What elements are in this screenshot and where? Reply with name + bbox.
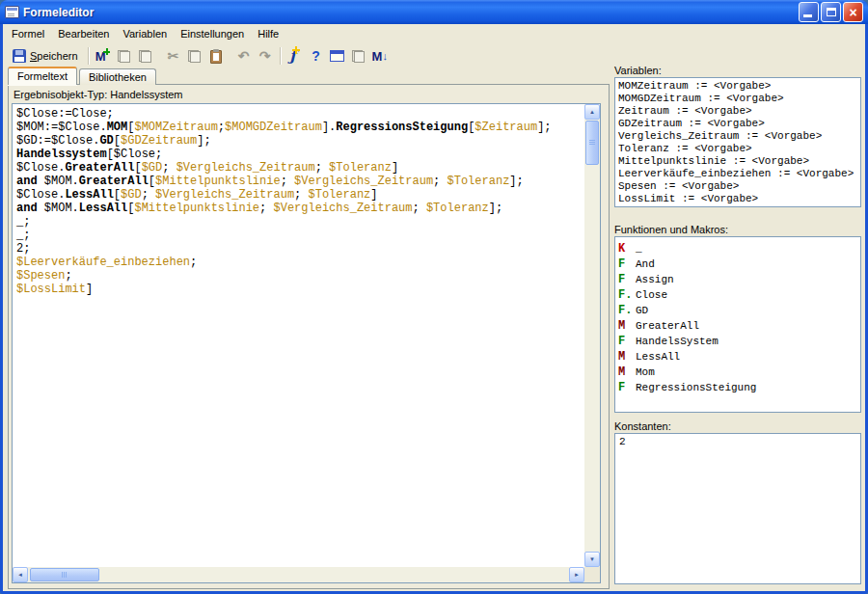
scroll-down-button[interactable]: ▼: [584, 552, 600, 567]
vertical-scrollbar[interactable]: ▲ ▼: [584, 104, 600, 567]
function-item[interactable]: FAssign: [618, 272, 857, 287]
function-label: _: [636, 243, 642, 255]
scrollbar-corner: [584, 567, 600, 582]
formeleditor-window: Formeleditor × FormelBearbeitenVariablen…: [0, 0, 868, 594]
variable-item[interactable]: Vergleichs_Zeitraum := <Vorgabe>: [618, 130, 857, 143]
close-button[interactable]: ×: [843, 2, 863, 22]
copy-formula-icon: [118, 50, 130, 63]
menu-item-einstellungen[interactable]: Einstellungen: [174, 25, 251, 42]
function-wizard-button[interactable]: ƒ: [285, 45, 306, 67]
tab-bibliotheken[interactable]: Bibliotheken: [79, 68, 156, 85]
copy-icon: [188, 50, 201, 63]
paste-button[interactable]: [205, 45, 227, 67]
function-label: HandelsSystem: [636, 336, 719, 347]
horizontal-scroll-thumb[interactable]: [30, 568, 99, 581]
menu-item-formel[interactable]: Formel: [5, 25, 51, 42]
result-type-label: Ergebnisobjekt-Typ: Handelssystem: [14, 89, 182, 100]
code-line: Handelssystem[$Close;: [16, 148, 581, 161]
tab-formeltext[interactable]: Formeltext: [8, 67, 77, 85]
variable-item[interactable]: MOMZeitraum := <Vorgabe>: [618, 80, 857, 93]
tab-label: Formeltext: [17, 70, 68, 82]
menu-item-hilfe[interactable]: Hilfe: [251, 25, 285, 42]
scroll-left-button[interactable]: ◄: [13, 567, 28, 582]
close-icon: ×: [849, 6, 856, 19]
minimize-icon: [803, 14, 812, 17]
check-formula-button[interactable]: [348, 45, 369, 67]
copy-button[interactable]: [184, 45, 205, 67]
titlebar: Formeleditor ×: [0, 0, 868, 24]
function-item[interactable]: F.GD: [618, 303, 857, 318]
formula-window-icon: [330, 50, 344, 62]
code-line: _;: [16, 215, 581, 229]
functions-list[interactable]: K_FAndFAssignF.CloseF.GDMGreaterAllFHand…: [614, 236, 861, 413]
function-label: Assign: [636, 274, 674, 285]
scroll-up-button[interactable]: ▲: [584, 104, 600, 120]
function-item[interactable]: FAnd: [618, 256, 857, 272]
save-button[interactable]: Speichern: [7, 45, 84, 67]
code-line: $Close:=Close;: [16, 107, 581, 121]
function-label: RegressionsSteigung: [636, 382, 756, 393]
code-line: $LossLimit]: [16, 283, 581, 296]
formula-editor[interactable]: $Close:=Close;$MOM:=$Close.MOM[$MOMZeitr…: [12, 103, 601, 583]
undo-icon: ↶: [238, 49, 250, 63]
function-item[interactable]: FHandelsSystem: [618, 334, 857, 349]
function-type-icon: M: [618, 319, 636, 333]
formula-window-button[interactable]: [327, 45, 348, 67]
function-type-icon: F.: [618, 304, 636, 317]
copy-formula-button[interactable]: [114, 45, 135, 67]
constant-item[interactable]: 2: [619, 436, 856, 448]
variables-label: Variablen:: [614, 65, 662, 76]
function-item[interactable]: K_: [618, 241, 857, 256]
menu-item-bearbeiten[interactable]: Bearbeiten: [51, 25, 116, 42]
function-label: And: [636, 258, 655, 270]
cut-button[interactable]: ✂: [163, 45, 184, 67]
function-label: Close: [636, 289, 667, 301]
variable-item[interactable]: MOMGDZeitraum := <Vorgabe>: [618, 93, 857, 105]
variables-list[interactable]: MOMZeitraum := <Vorgabe>MOMGDZeitraum :=…: [614, 77, 861, 207]
spark-icon: [292, 46, 300, 54]
variable-item[interactable]: Zeitraum := <Vorgabe>: [618, 105, 857, 118]
variable-item[interactable]: LossLimit := <Vorgabe>: [618, 193, 857, 205]
save-icon: [13, 49, 26, 63]
functions-label: Funktionen und Makros:: [614, 224, 728, 235]
minimize-button[interactable]: [799, 2, 819, 22]
function-item[interactable]: MLessAll: [618, 349, 857, 364]
variable-manager-button[interactable]: M ↓: [369, 45, 391, 67]
function-item[interactable]: MGreaterAll: [618, 318, 857, 334]
variable-item[interactable]: Leerverkäufe_einbeziehen := <Vorgabe>: [618, 168, 857, 180]
constants-list[interactable]: 2: [614, 433, 861, 584]
function-type-icon: F: [618, 381, 636, 394]
code-area[interactable]: $Close:=Close;$MOM:=$Close.MOM[$MOMZeitr…: [14, 105, 583, 566]
horizontal-scrollbar[interactable]: ◄ ►: [13, 567, 584, 582]
redo-icon: ↷: [259, 49, 271, 63]
variable-item[interactable]: Spesen := <Vorgabe>: [618, 180, 857, 193]
function-type-icon: F: [618, 257, 636, 271]
variable-item[interactable]: GDZeitraum := <Vorgabe>: [618, 118, 857, 130]
save-button-label: Speichern: [30, 50, 78, 62]
function-type-icon: F: [618, 335, 636, 348]
constants-label: Konstanten:: [614, 420, 671, 432]
menu-item-variablen[interactable]: Variablen: [116, 25, 174, 42]
help-button[interactable]: ?: [306, 45, 327, 67]
vertical-scroll-thumb[interactable]: [585, 121, 599, 165]
code-line: _;: [16, 229, 581, 242]
function-item[interactable]: FRegressionsSteigung: [618, 380, 857, 395]
function-label: GreaterAll: [636, 320, 699, 332]
function-label: GD: [636, 305, 648, 316]
function-item[interactable]: MMom: [618, 364, 857, 380]
duplicate-formula-button[interactable]: [135, 45, 156, 67]
cut-icon: ✂: [168, 49, 179, 63]
redo-button[interactable]: ↷: [255, 45, 276, 67]
variable-item[interactable]: Toleranz := <Vorgabe>: [618, 143, 857, 155]
variable-item[interactable]: Mittelpunktslinie := <Vorgabe>: [618, 155, 857, 168]
undo-button[interactable]: ↶: [233, 45, 255, 67]
function-type-icon: F: [618, 273, 636, 286]
function-item[interactable]: F.Close: [618, 287, 857, 303]
maximize-button[interactable]: [821, 2, 841, 22]
scroll-right-button[interactable]: ►: [569, 567, 584, 582]
code-line: $GD:=$Close.GD[$GDZeitraum];: [16, 134, 581, 148]
code-line: $Spesen;: [16, 269, 581, 283]
insert-variable-button[interactable]: M: [93, 45, 114, 67]
up-arrow-icon: ▲: [589, 109, 595, 115]
toolbar-separator: [88, 47, 89, 65]
